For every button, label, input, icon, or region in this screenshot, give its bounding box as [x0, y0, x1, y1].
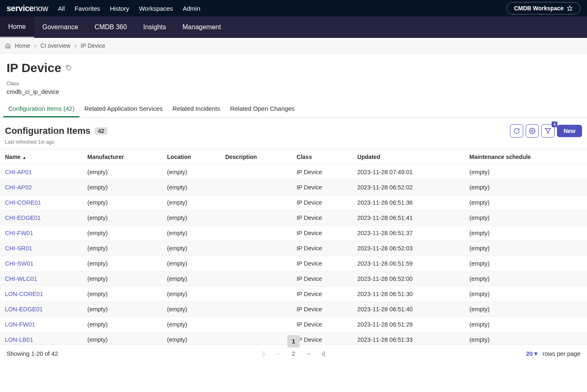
table-row[interactable]: CHI-WLC01(empty)(empty)IP Device2023-11-…	[0, 271, 587, 287]
prev-page-button[interactable]: ←	[273, 348, 285, 360]
cell-updated: 2023-11-28 06:52:02	[352, 180, 464, 195]
refresh-button[interactable]	[510, 124, 523, 138]
cell-updated: 2023-11-28 06:51:30	[352, 287, 464, 302]
table-row[interactable]: LON-EDGE01(empty)(empty)IP Device2023-11…	[0, 302, 587, 317]
table-row[interactable]: LON-FW01(empty)(empty)IP Device2023-11-2…	[0, 317, 587, 332]
pagination-bar: Showing 1-20 of 42 |‹ ← 123 → ›| 20 ▾ ro…	[0, 344, 587, 362]
cell-name[interactable]: CHI-FW01	[0, 226, 82, 241]
cell-manufacturer: (empty)	[82, 226, 162, 241]
cell-class: IP Device	[292, 271, 352, 287]
nav-cmdb-360[interactable]: CMDB 360	[86, 16, 135, 38]
nav-insights[interactable]: Insights	[135, 16, 174, 38]
cell-class: IP Device	[292, 241, 352, 256]
cell-location: (empty)	[162, 241, 220, 256]
record-tabs: Configuration Items (42)Related Applicat…	[0, 101, 587, 118]
cell-name[interactable]: CHI-WLC01	[0, 271, 82, 287]
cell-location: (empty)	[162, 256, 220, 271]
new-button[interactable]: New	[557, 125, 582, 137]
list-table-container[interactable]: Name▲ManufacturerLocationDescriptionClas…	[0, 149, 587, 344]
global-top-bar: servicenow All Favorites History Workspa…	[0, 0, 587, 16]
cell-maint: (empty)	[464, 210, 587, 226]
last-page-button[interactable]: ›|	[317, 348, 329, 360]
cell-class: IP Device	[292, 287, 352, 302]
cell-class: IP Device	[292, 180, 352, 195]
breadcrumb-home[interactable]: Home	[15, 42, 30, 49]
column-header-manufacturer[interactable]: Manufacturer	[82, 149, 162, 165]
nav-workspaces[interactable]: Workspaces	[139, 5, 173, 12]
cell-updated: 2023-11-28 06:51:40	[352, 302, 464, 317]
page-3-button[interactable]: 3	[287, 360, 300, 363]
cell-location: (empty)	[162, 302, 220, 317]
cell-description	[220, 165, 291, 180]
list-section-header: Configuration Items 42 4 New	[0, 118, 587, 138]
cell-name[interactable]: LON-CORE01	[0, 287, 82, 302]
cell-name[interactable]: CHI-AP01	[0, 165, 82, 180]
last-refreshed-text: Last refreshed 1m ago	[0, 138, 587, 149]
next-page-button[interactable]: →	[302, 348, 314, 360]
cell-name[interactable]: CHI-SW01	[0, 256, 82, 271]
column-header-updated[interactable]: Updated	[352, 149, 464, 165]
rows-per-page-value: 20	[526, 350, 533, 357]
workspace-pill[interactable]: CMDB Workspace	[506, 2, 580, 14]
column-header-maintenance-schedule[interactable]: Maintenance schedule	[464, 149, 587, 165]
cell-class: IP Device	[292, 302, 352, 317]
settings-button[interactable]	[526, 124, 539, 138]
column-header-description[interactable]: Description	[220, 149, 291, 165]
table-row[interactable]: CHI-SW01(empty)(empty)IP Device2023-11-2…	[0, 256, 587, 271]
cell-class: IP Device	[292, 210, 352, 226]
tag-icon[interactable]	[65, 65, 72, 71]
cell-manufacturer: (empty)	[82, 165, 162, 180]
first-page-button[interactable]: |‹	[258, 348, 270, 360]
table-row[interactable]: CHI-AP01(empty)(empty)IP Device2023-11-2…	[0, 165, 587, 180]
cell-description	[220, 195, 291, 210]
tab-related-application-services[interactable]: Related Application Services	[79, 101, 168, 117]
cell-updated: 2023-11-28 06:51:59	[352, 256, 464, 271]
table-row[interactable]: LON-CORE01(empty)(empty)IP Device2023-11…	[0, 287, 587, 302]
nav-favorites[interactable]: Favorites	[75, 5, 100, 12]
home-icon[interactable]	[5, 43, 11, 49]
nav-history[interactable]: History	[110, 5, 129, 12]
cell-description	[220, 180, 291, 195]
cell-name[interactable]: LON-FW01	[0, 317, 82, 332]
chevron-right-icon: ›	[75, 42, 77, 49]
tab-related-incidents[interactable]: Related Incidents	[168, 101, 225, 117]
nav-all[interactable]: All	[58, 5, 65, 12]
tab-configuration-items-42-[interactable]: Configuration Items (42)	[3, 101, 79, 117]
nav-management[interactable]: Management	[174, 16, 229, 38]
star-icon[interactable]	[567, 5, 573, 11]
rows-per-page-select[interactable]: 20 ▾	[526, 350, 538, 357]
record-header: IP Device Class cmdb_ci_ip_device	[0, 54, 587, 95]
nav-governance[interactable]: Governance	[34, 16, 86, 38]
filter-button[interactable]: 4	[541, 124, 554, 138]
cell-maint: (empty)	[464, 195, 587, 210]
page-2-button[interactable]: 2	[287, 348, 300, 360]
nav-admin[interactable]: Admin	[183, 5, 200, 12]
cell-maint: (empty)	[464, 165, 587, 180]
cell-updated: 2023-11-28 06:51:33	[352, 332, 464, 345]
table-row[interactable]: CHI-FW01(empty)(empty)IP Device2023-11-2…	[0, 226, 587, 241]
table-row[interactable]: CHI-EDGE01(empty)(empty)IP Device2023-11…	[0, 210, 587, 226]
column-header-location[interactable]: Location	[162, 149, 220, 165]
cell-name[interactable]: CHI-CORE01	[0, 195, 82, 210]
cell-updated: 2023-11-28 06:51:29	[352, 317, 464, 332]
caret-down-icon: ▾	[534, 350, 538, 357]
table-row[interactable]: CHI-AP02(empty)(empty)IP Device2023-11-2…	[0, 180, 587, 195]
cell-description	[220, 302, 291, 317]
column-header-class[interactable]: Class	[292, 149, 352, 165]
svg-point-2	[531, 130, 533, 132]
table-row[interactable]: CHI-SR01(empty)(empty)IP Device2023-11-2…	[0, 241, 587, 256]
table-row[interactable]: CHI-CORE01(empty)(empty)IP Device2023-11…	[0, 195, 587, 210]
cell-name[interactable]: CHI-SR01	[0, 241, 82, 256]
cell-manufacturer: (empty)	[82, 287, 162, 302]
column-header-name[interactable]: Name▲	[0, 149, 82, 165]
cell-updated: 2023-11-28 06:51:41	[352, 210, 464, 226]
nav-home[interactable]: Home	[0, 16, 34, 38]
cell-name[interactable]: LON-LB01	[0, 332, 82, 345]
tab-related-open-changes[interactable]: Related Open Changes	[225, 101, 300, 117]
cell-name[interactable]: LON-EDGE01	[0, 302, 82, 317]
cell-name[interactable]: CHI-AP02	[0, 180, 82, 195]
cell-name[interactable]: CHI-EDGE01	[0, 210, 82, 226]
cell-manufacturer: (empty)	[82, 210, 162, 226]
breadcrumb-ci-overview[interactable]: CI overview	[40, 42, 70, 49]
page-1-button[interactable]: 1	[287, 335, 300, 348]
